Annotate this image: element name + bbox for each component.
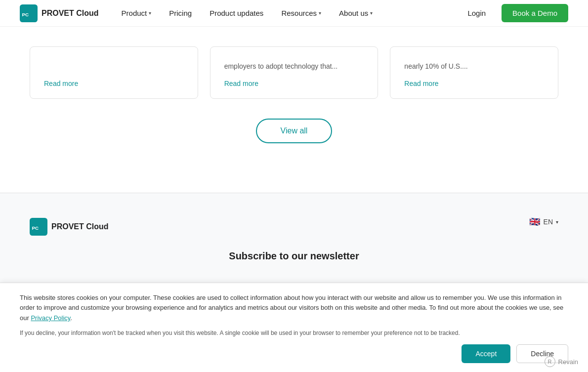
view-all-container: View all: [30, 119, 558, 143]
footer-logo[interactable]: PC PROVET Cloud: [30, 218, 109, 236]
book-demo-button[interactable]: Book a Demo: [502, 4, 568, 22]
logo-text: PROVET Cloud: [42, 9, 99, 18]
card-2-body: employers to adopt technology that...: [224, 61, 364, 80]
language-selector[interactable]: 🇬🇧 EN ▾: [529, 218, 558, 226]
nav-about[interactable]: About us ▾: [331, 5, 380, 21]
cookie-banner: This website stores cookies on your comp…: [0, 283, 588, 287]
footer-top: PC PROVET Cloud 🇬🇧 EN ▾: [30, 218, 558, 236]
read-more-1[interactable]: Read more: [44, 80, 184, 87]
provet-cloud-logo: PC: [20, 4, 38, 22]
main-content: Read more employers to adopt technology …: [0, 27, 588, 193]
view-all-button[interactable]: View all: [256, 119, 333, 143]
footer-logo-icon: PC: [30, 218, 47, 236]
uk-flag-icon: 🇬🇧: [529, 218, 541, 226]
article-card-1: Read more: [30, 46, 198, 99]
svg-text:PC: PC: [22, 12, 29, 17]
nav-pricing[interactable]: Pricing: [161, 5, 200, 21]
about-chevron-icon: ▾: [370, 10, 373, 16]
card-1-body: [44, 61, 184, 80]
product-chevron-icon: ▾: [149, 10, 151, 16]
footer: PC PROVET Cloud 🇬🇧 EN ▾ Subscribe to our…: [0, 193, 588, 287]
resources-chevron-icon: ▾: [319, 10, 321, 16]
read-more-2[interactable]: Read more: [224, 80, 364, 87]
card-2-text: employers to adopt technology that...: [224, 61, 364, 72]
nav-links: Product ▾ Pricing Product updates Resour…: [114, 5, 460, 21]
article-card-3: nearly 10% of U.S.... Read more: [390, 46, 558, 99]
footer-logo-text: PROVET Cloud: [51, 222, 109, 231]
nav-right: Login Book a Demo: [460, 4, 568, 22]
login-link[interactable]: Login: [460, 5, 494, 21]
article-cards-row: Read more employers to adopt technology …: [30, 46, 558, 99]
read-more-3[interactable]: Read more: [404, 80, 544, 87]
nav-product-updates[interactable]: Product updates: [202, 5, 271, 21]
svg-text:PC: PC: [32, 226, 39, 231]
card-3-body: nearly 10% of U.S....: [404, 61, 544, 80]
nav-resources[interactable]: Resources ▾: [273, 5, 329, 21]
lang-label: EN: [544, 218, 553, 226]
lang-chevron-icon: ▾: [556, 219, 558, 225]
article-card-2: employers to adopt technology that... Re…: [210, 46, 378, 99]
card-3-text: nearly 10% of U.S....: [404, 61, 544, 72]
nav-product[interactable]: Product ▾: [114, 5, 160, 21]
navbar: PC PROVET Cloud Product ▾ Pricing Produc…: [0, 0, 588, 27]
logo[interactable]: PC PROVET Cloud: [20, 4, 99, 22]
newsletter-title: Subscribe to our newsletter: [30, 250, 558, 262]
